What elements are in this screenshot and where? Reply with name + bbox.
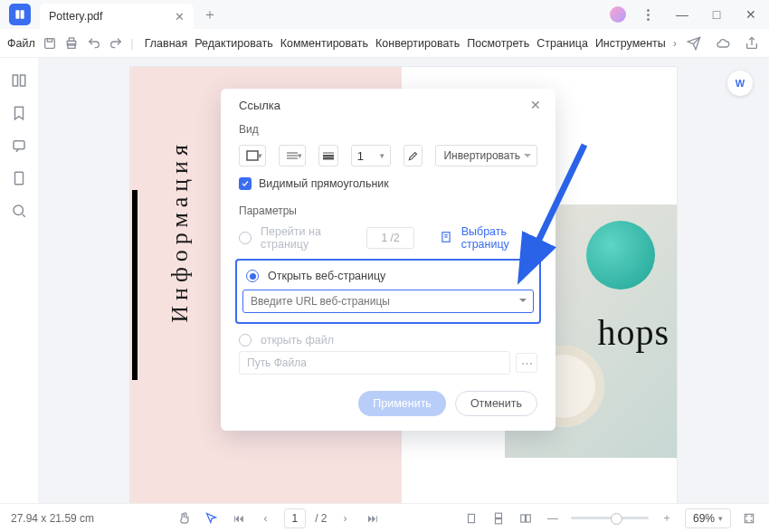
line-width-value[interactable]: 1▾ bbox=[351, 145, 391, 166]
view-single-icon[interactable] bbox=[462, 509, 480, 527]
titlebar: Pottery.pdf ✕ ＋ — □ ✕ bbox=[0, 0, 769, 29]
goto-page-radio[interactable] bbox=[239, 232, 252, 244]
choose-page-link[interactable]: Выбрать страницу bbox=[461, 225, 537, 251]
user-avatar[interactable] bbox=[610, 6, 626, 23]
menu-page[interactable]: Страница bbox=[536, 37, 588, 50]
menu-convert[interactable]: Конвертировать bbox=[375, 37, 460, 50]
open-file-radio[interactable] bbox=[239, 334, 252, 347]
document-tab[interactable]: Pottery.pdf ✕ bbox=[40, 4, 194, 29]
cancel-button[interactable]: Отменить bbox=[455, 391, 537, 416]
app-icon[interactable] bbox=[9, 4, 31, 25]
svg-rect-6 bbox=[70, 38, 74, 41]
menu-edit[interactable]: Редактировать bbox=[195, 37, 272, 50]
page-heading-fragment: hops bbox=[597, 311, 669, 354]
link-type-select[interactable]: ▾ bbox=[239, 145, 266, 166]
comment-icon[interactable] bbox=[11, 138, 27, 154]
save-icon[interactable] bbox=[43, 33, 57, 53]
svg-rect-3 bbox=[47, 38, 52, 41]
zoom-in-icon[interactable]: ＋ bbox=[658, 509, 676, 527]
page-total: / 2 bbox=[315, 512, 327, 525]
svg-rect-23 bbox=[468, 514, 474, 522]
fit-page-icon[interactable] bbox=[740, 509, 758, 527]
left-sidebar bbox=[0, 58, 38, 503]
undo-icon[interactable] bbox=[87, 33, 101, 53]
open-web-radio[interactable] bbox=[246, 270, 259, 282]
svg-rect-1 bbox=[21, 10, 24, 18]
goto-page-field[interactable]: 1 /2 bbox=[366, 227, 413, 249]
apply-button[interactable]: Применить bbox=[358, 391, 446, 416]
main-menu: Главная Редактировать Комментировать Кон… bbox=[145, 37, 677, 50]
send-icon[interactable] bbox=[684, 33, 704, 53]
svg-rect-24 bbox=[495, 513, 501, 518]
tab-label: Pottery.pdf bbox=[49, 10, 175, 23]
svg-rect-0 bbox=[15, 10, 19, 18]
zoom-slider[interactable] bbox=[571, 517, 649, 519]
hand-tool-icon[interactable] bbox=[176, 509, 194, 527]
svg-rect-12 bbox=[247, 151, 258, 160]
redo-icon[interactable] bbox=[109, 33, 123, 53]
highlight-style-icon[interactable] bbox=[403, 145, 423, 166]
visible-rect-label: Видимый прямоугольник bbox=[259, 177, 389, 190]
window-maximize-button[interactable]: □ bbox=[704, 2, 729, 27]
zoom-value[interactable]: 69%▾ bbox=[685, 508, 731, 528]
search-icon[interactable] bbox=[11, 203, 27, 219]
zoom-out-icon[interactable]: — bbox=[544, 509, 562, 527]
last-page-icon[interactable]: ⏭ bbox=[364, 509, 382, 527]
svg-rect-8 bbox=[21, 75, 25, 86]
open-file-label: открыть файл bbox=[261, 334, 334, 347]
thumbnails-icon[interactable] bbox=[11, 72, 27, 89]
svg-rect-2 bbox=[45, 38, 55, 48]
invert-select[interactable]: Инвертировать bbox=[435, 145, 537, 166]
svg-rect-10 bbox=[15, 172, 24, 185]
dialog-title: Ссылка bbox=[239, 99, 280, 112]
word-export-badge[interactable]: W bbox=[727, 71, 753, 96]
url-input[interactable] bbox=[242, 290, 534, 313]
cloud-icon[interactable] bbox=[713, 33, 733, 53]
window-close-button[interactable]: ✕ bbox=[738, 2, 764, 27]
view-continuous-icon[interactable] bbox=[489, 509, 508, 527]
next-page-icon[interactable]: › bbox=[337, 509, 355, 527]
dialog-close-icon[interactable]: ✕ bbox=[530, 98, 541, 112]
first-page-icon[interactable]: ⏮ bbox=[230, 509, 248, 527]
statusbar: 27.94 x 21.59 cm ⏮ ‹ 1 / 2 › ⏭ — ＋ 69%▾ bbox=[0, 503, 769, 532]
svg-point-11 bbox=[14, 205, 24, 215]
share-icon[interactable] bbox=[742, 33, 762, 53]
toolbar: Файл | Главная Редактировать Комментиров… bbox=[0, 29, 769, 58]
page-sidebar-title: Информация bbox=[166, 139, 194, 323]
visible-rect-checkbox[interactable] bbox=[239, 177, 252, 190]
page-number-field[interactable]: 1 bbox=[284, 508, 307, 528]
prev-page-icon[interactable]: ‹ bbox=[257, 509, 275, 527]
view-facing-icon[interactable] bbox=[517, 509, 535, 527]
window-minimize-button[interactable]: — bbox=[669, 2, 695, 27]
goto-page-label: Перейти на страницу bbox=[261, 225, 348, 251]
menu-view[interactable]: Посмотреть bbox=[467, 37, 529, 50]
file-path-field[interactable]: Путь Файла bbox=[239, 351, 510, 375]
new-tab-button[interactable]: ＋ bbox=[203, 5, 217, 24]
file-menu[interactable]: Файл bbox=[7, 37, 35, 50]
select-tool-icon[interactable] bbox=[203, 509, 221, 527]
menu-tools[interactable]: Инструменты bbox=[595, 37, 666, 50]
choose-page-icon[interactable] bbox=[440, 231, 452, 246]
svg-rect-9 bbox=[14, 141, 24, 149]
attachment-icon[interactable] bbox=[11, 170, 27, 186]
section-view-label: Вид bbox=[221, 119, 555, 139]
menu-home[interactable]: Главная bbox=[145, 37, 188, 50]
menu-more-button[interactable] bbox=[635, 2, 660, 27]
status-dimensions: 27.94 x 21.59 cm bbox=[11, 512, 94, 525]
svg-rect-26 bbox=[521, 514, 526, 521]
line-style-select[interactable]: ▾ bbox=[279, 145, 306, 166]
open-web-highlight: Открыть веб-страницу bbox=[235, 259, 541, 324]
print-icon[interactable] bbox=[64, 33, 79, 53]
bookmark-icon[interactable] bbox=[11, 105, 27, 121]
svg-rect-27 bbox=[527, 514, 531, 521]
tab-close-icon[interactable]: ✕ bbox=[175, 10, 185, 24]
open-web-label: Открыть веб-страницу bbox=[268, 270, 385, 282]
menu-more-icon[interactable]: › bbox=[673, 37, 677, 50]
line-weight-select[interactable] bbox=[318, 145, 338, 166]
svg-rect-25 bbox=[495, 518, 501, 523]
menu-comment[interactable]: Комментировать bbox=[280, 37, 368, 50]
svg-rect-7 bbox=[13, 75, 17, 86]
section-params-label: Параметры bbox=[221, 195, 555, 221]
link-dialog: Ссылка ✕ Вид ▾ ▾ 1▾ Инвертировать Видимы… bbox=[221, 89, 555, 431]
browse-file-button[interactable]: ⋯ bbox=[516, 353, 537, 373]
